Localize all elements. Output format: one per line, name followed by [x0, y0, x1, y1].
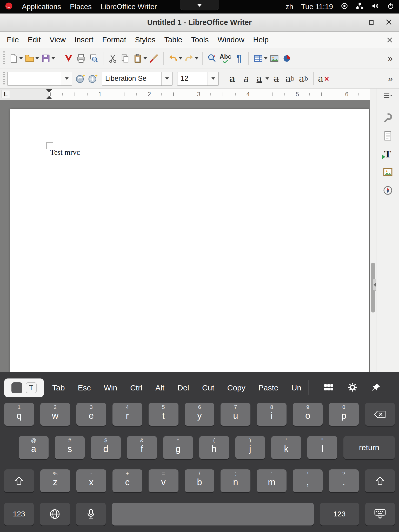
- pin-keyboard-icon[interactable]: [372, 383, 381, 393]
- space-key[interactable]: [112, 503, 314, 526]
- menu-item[interactable]: Styles: [135, 36, 155, 44]
- open-button[interactable]: [23, 51, 36, 66]
- shift-key[interactable]: [365, 469, 395, 492]
- clear-formatting-button[interactable]: a×: [317, 71, 330, 86]
- return-key[interactable]: return: [343, 436, 395, 459]
- text-mode-key[interactable]: T: [26, 382, 37, 393]
- distro-logo-icon[interactable]: [5, 2, 13, 12]
- toolbar-overflow-button[interactable]: »: [384, 53, 396, 63]
- menu-item[interactable]: File: [7, 36, 19, 44]
- numbers-key[interactable]: 123: [4, 503, 34, 526]
- letter-key[interactable]: = v: [149, 469, 178, 492]
- shortcut-key[interactable]: Alt: [155, 383, 164, 392]
- vertical-scrollbar[interactable]: [370, 89, 376, 372]
- shortcut-key[interactable]: Del: [177, 383, 189, 392]
- numbers-key-right[interactable]: 123: [320, 503, 359, 526]
- shortcut-key[interactable]: Un: [291, 383, 301, 392]
- screen-record-icon[interactable]: [341, 2, 348, 11]
- sidebar-hide-handle[interactable]: [373, 279, 376, 291]
- document-text[interactable]: Test mrvc: [50, 148, 80, 157]
- copy-button[interactable]: [119, 51, 131, 66]
- sidebar-settings-button[interactable]: [383, 93, 393, 99]
- dismiss-keyboard-key[interactable]: [365, 503, 395, 526]
- paragraph-style-value[interactable]: [8, 72, 61, 85]
- menu-item[interactable]: Table: [164, 36, 182, 44]
- letter-key[interactable]: # s: [55, 436, 85, 459]
- undo-button[interactable]: [167, 51, 179, 66]
- new-document-dropdown[interactable]: [19, 51, 23, 66]
- letter-key[interactable]: 6 y: [185, 403, 215, 426]
- letter-key[interactable]: @ a: [19, 436, 49, 459]
- close-document-icon[interactable]: [387, 32, 393, 48]
- letter-key[interactable]: 2 w: [40, 403, 70, 426]
- menu-item[interactable]: Window: [217, 36, 244, 44]
- spellcheck-button[interactable]: Abc: [218, 51, 233, 66]
- letter-key[interactable]: ; n: [221, 469, 250, 492]
- paste-dropdown[interactable]: [143, 51, 148, 66]
- toolbar-grip[interactable]: [3, 72, 5, 86]
- letter-key[interactable]: 9 o: [293, 403, 323, 426]
- sidebar-properties-button[interactable]: [381, 111, 395, 124]
- new-style-button[interactable]: [87, 71, 99, 86]
- letter-key[interactable]: 3 e: [76, 403, 106, 426]
- toolbar-overflow-button[interactable]: »: [384, 74, 396, 84]
- letter-key[interactable]: + c: [112, 469, 142, 492]
- letter-key[interactable]: 7 u: [221, 403, 250, 426]
- font-size-combobox[interactable]: 12: [177, 72, 219, 86]
- cut-button[interactable]: [107, 51, 119, 66]
- subscript-button[interactable]: ab: [297, 71, 310, 86]
- shortcut-key[interactable]: Tab: [52, 383, 65, 392]
- dictation-mic-key[interactable]: [76, 503, 106, 526]
- menu-item[interactable]: Insert: [75, 36, 94, 44]
- letter-key[interactable]: ) j: [235, 436, 265, 459]
- panel-drop-handle[interactable]: [180, 0, 219, 10]
- bold-button[interactable]: a: [225, 71, 239, 86]
- clock[interactable]: Tue 11:19: [301, 3, 333, 11]
- network-icon[interactable]: [356, 2, 364, 12]
- font-name-dropdown[interactable]: [161, 72, 172, 85]
- menu-item[interactable]: Help: [253, 36, 269, 44]
- menu-item[interactable]: View: [50, 36, 66, 44]
- first-line-indent-marker[interactable]: [46, 89, 52, 92]
- keyboard-mode-toggle[interactable]: T: [4, 378, 44, 397]
- menu-item[interactable]: Format: [102, 36, 126, 44]
- document-page[interactable]: Test mrvc: [10, 109, 369, 372]
- sidebar-styles-button[interactable]: T: [381, 147, 395, 161]
- paragraph-style-combobox[interactable]: [7, 72, 72, 86]
- insert-table-button[interactable]: [252, 51, 264, 66]
- trackpad-mode-icon[interactable]: [11, 382, 22, 393]
- letter-key[interactable]: & f: [127, 436, 157, 459]
- shortcut-key[interactable]: Paste: [258, 383, 278, 392]
- input-source-indicator[interactable]: zh: [285, 3, 293, 11]
- close-button[interactable]: [385, 19, 392, 26]
- superscript-button[interactable]: ab: [283, 71, 297, 86]
- find-replace-button[interactable]: [206, 51, 218, 66]
- insert-table-dropdown[interactable]: [263, 51, 268, 66]
- sidebar-navigator-button[interactable]: [381, 184, 395, 197]
- shortcut-key[interactable]: Copy: [227, 383, 245, 392]
- strikethrough-button[interactable]: a: [270, 71, 283, 86]
- print-preview-button[interactable]: [87, 51, 100, 66]
- letter-key[interactable]: : m: [257, 469, 287, 492]
- letter-key[interactable]: 1 q: [4, 403, 34, 426]
- new-document-button[interactable]: [7, 51, 20, 66]
- font-size-dropdown[interactable]: [208, 72, 218, 85]
- font-name-value[interactable]: Liberation Se: [102, 72, 161, 85]
- underline-dropdown[interactable]: [265, 71, 270, 86]
- toolbar-grip[interactable]: [3, 51, 5, 65]
- shortcut-key[interactable]: Cut: [202, 383, 214, 392]
- letter-key[interactable]: 8 i: [257, 403, 287, 426]
- letter-key[interactable]: - x: [76, 469, 106, 492]
- paragraph-style-dropdown[interactable]: [61, 72, 72, 85]
- power-icon[interactable]: [387, 2, 394, 11]
- clone-formatting-button[interactable]: [148, 51, 160, 66]
- undo-dropdown[interactable]: [178, 51, 183, 66]
- underline-button[interactable]: a: [252, 71, 266, 86]
- letter-key[interactable]: ' k: [271, 436, 301, 459]
- shortcut-key[interactable]: Ctrl: [130, 383, 142, 392]
- sidebar-gallery-button[interactable]: [381, 165, 395, 179]
- insert-image-button[interactable]: [268, 51, 281, 66]
- sidebar-page-button[interactable]: [381, 129, 395, 143]
- letter-key[interactable]: ( h: [199, 436, 229, 459]
- letter-key[interactable]: 4 r: [112, 403, 142, 426]
